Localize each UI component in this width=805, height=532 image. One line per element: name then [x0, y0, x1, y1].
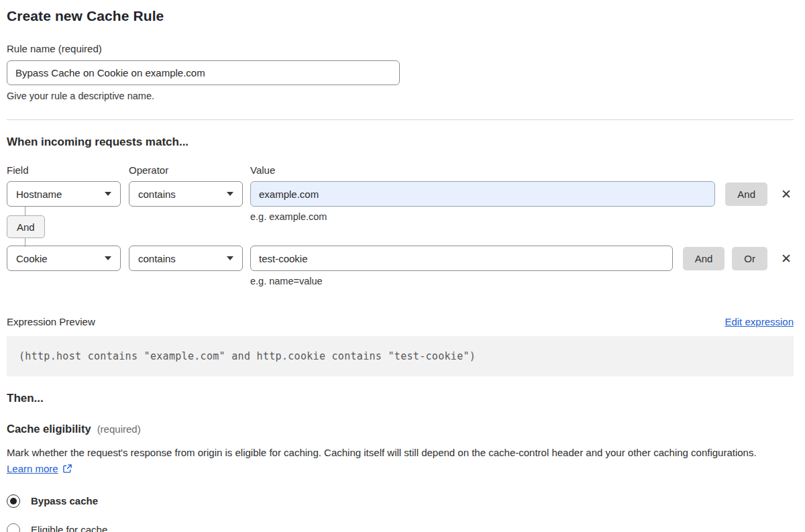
- or-button-row-2[interactable]: Or: [732, 247, 767, 270]
- rule-name-label: Rule name (required): [7, 43, 794, 54]
- remove-condition-icon[interactable]: ✕: [779, 251, 794, 266]
- field-select-1-value: Hostname: [16, 189, 62, 200]
- radio-selected-icon[interactable]: [7, 494, 20, 508]
- operator-select-2-value: contains: [138, 253, 176, 264]
- and-connector-button[interactable]: And: [7, 215, 45, 238]
- radio-label-eligible-for-cache: Eligible for cache: [31, 524, 107, 532]
- chevron-down-icon: [227, 192, 233, 196]
- connector-line: [25, 207, 25, 216]
- value-help-2: e.g. name=value: [250, 276, 794, 286]
- section-divider: [7, 119, 794, 120]
- expression-header: Expression Preview Edit expression: [7, 316, 794, 327]
- row-2-buttons: And Or ✕: [683, 247, 794, 270]
- expression-code: (http.host contains "example.com" and ht…: [7, 336, 794, 376]
- learn-more-link[interactable]: Learn more: [7, 463, 58, 474]
- value-input-1[interactable]: [250, 181, 715, 207]
- operator-column-label: Operator: [129, 164, 250, 176]
- value-column-label: Value: [250, 164, 794, 176]
- radio-option-eligible-for-cache[interactable]: Eligible for cache: [7, 523, 794, 532]
- and-button-row-1[interactable]: And: [725, 182, 767, 206]
- then-heading: Then...: [7, 392, 794, 405]
- operator-select-2[interactable]: contains: [129, 246, 243, 271]
- row-1-buttons: And ✕: [725, 182, 794, 206]
- condition-column-labels: Field Operator Value: [7, 164, 794, 176]
- page-title: Create new Cache Rule: [7, 8, 794, 24]
- required-note: (required): [97, 423, 141, 435]
- create-cache-rule-form: Create new Cache Rule Rule name (require…: [0, 0, 805, 532]
- cache-eligibility-description: Mark whether the request's response from…: [7, 445, 785, 479]
- operator-select-1-value: contains: [138, 189, 176, 200]
- field-column-label: Field: [7, 164, 129, 176]
- external-link-icon: [62, 462, 72, 478]
- cache-eligibility-heading: Cache eligibility: [7, 423, 91, 435]
- chevron-down-icon: [105, 192, 111, 196]
- and-button-row-2[interactable]: And: [683, 247, 725, 270]
- operator-select-1[interactable]: contains: [129, 181, 243, 207]
- between-rows: e.g. example.com And: [7, 207, 794, 246]
- and-connector-wrap: And: [7, 215, 45, 238]
- remove-condition-icon[interactable]: ✕: [779, 187, 794, 201]
- radio-label-bypass-cache: Bypass cache: [31, 495, 98, 507]
- field-select-2[interactable]: Cookie: [7, 246, 121, 271]
- chevron-down-icon: [227, 256, 233, 260]
- value-help-1: e.g. example.com: [250, 211, 327, 222]
- radio-dot: [10, 498, 17, 504]
- edit-expression-link[interactable]: Edit expression: [724, 316, 794, 327]
- radio-option-bypass-cache[interactable]: Bypass cache: [7, 494, 794, 508]
- connector-line: [25, 238, 25, 247]
- rule-name-help: Give your rule a descriptive name.: [7, 91, 794, 101]
- chevron-down-icon: [105, 256, 111, 260]
- condition-row-1: Hostname contains And ✕: [7, 181, 794, 207]
- rule-name-input[interactable]: [7, 60, 400, 85]
- field-select-1[interactable]: Hostname: [7, 181, 121, 207]
- match-heading: When incoming requests match...: [7, 136, 794, 149]
- radio-unselected-icon[interactable]: [7, 523, 20, 532]
- field-select-2-value: Cookie: [16, 253, 48, 264]
- value-input-2[interactable]: [250, 246, 673, 271]
- cache-eligibility-heading-row: Cache eligibility (required): [7, 423, 794, 435]
- expression-preview-label: Expression Preview: [7, 316, 95, 327]
- description-text: Mark whether the request's response from…: [7, 447, 757, 458]
- condition-row-2: Cookie contains And Or ✕: [7, 246, 794, 271]
